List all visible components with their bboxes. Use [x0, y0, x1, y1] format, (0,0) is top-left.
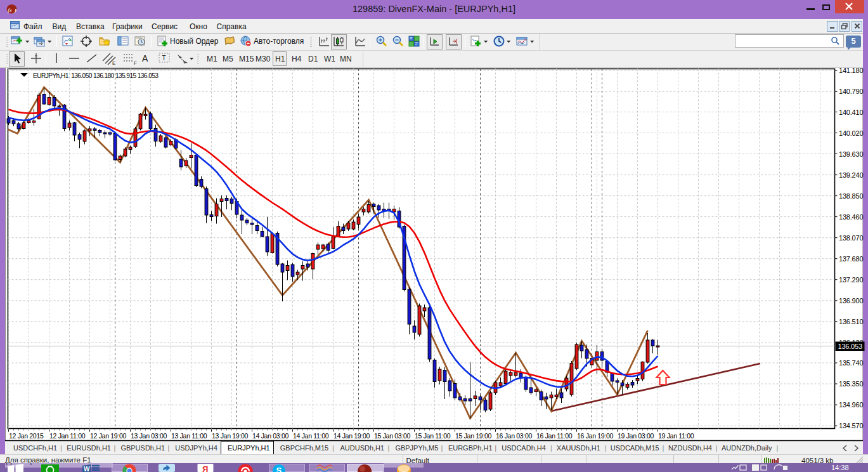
svg-text:19 Jan 11:00: 19 Jan 11:00: [658, 432, 694, 440]
svg-text:14 Jan 19:00: 14 Jan 19:00: [334, 432, 370, 440]
svg-text:139.630: 139.630: [839, 150, 863, 158]
svg-text:16 Jan 19:00: 16 Jan 19:00: [577, 432, 614, 440]
svg-text:19 Jan 03:00: 19 Jan 03:00: [618, 432, 654, 440]
svg-text:138.850: 138.850: [839, 192, 863, 200]
svg-text:12 Jan 19:00: 12 Jan 19:00: [90, 432, 127, 440]
svg-text:139.240: 139.240: [839, 171, 863, 179]
svg-text:13 Jan 19:00: 13 Jan 19:00: [212, 432, 249, 440]
svg-text:12 Jan 11:00: 12 Jan 11:00: [49, 432, 86, 440]
svg-text:135.740: 135.740: [839, 359, 863, 367]
svg-text:136.510: 136.510: [839, 318, 863, 325]
svg-text:140.790: 140.790: [839, 88, 863, 95]
svg-text:15 Jan 03:00: 15 Jan 03:00: [374, 432, 411, 440]
svg-text:137.680: 137.680: [839, 255, 863, 263]
svg-text:Я: Я: [202, 464, 208, 472]
svg-text:140.020: 140.020: [839, 129, 863, 137]
svg-text:13 Jan 03:00: 13 Jan 03:00: [131, 432, 167, 440]
svg-text:12 Jan 2015: 12 Jan 2015: [9, 432, 44, 440]
svg-text:137.290: 137.290: [839, 276, 863, 284]
svg-text:W: W: [84, 466, 90, 472]
svg-text:EURJPYh,H1 136.050 136.180 13: EURJPYh,H1 136.050 136.180 135.915 136.0…: [33, 72, 159, 79]
svg-text:138.070: 138.070: [839, 234, 863, 242]
svg-text:136.053: 136.053: [838, 343, 862, 350]
svg-text:15 Jan 19:00: 15 Jan 19:00: [455, 432, 492, 440]
svg-text:S: S: [276, 466, 282, 472]
svg-text:13 Jan 11:00: 13 Jan 11:00: [171, 432, 207, 440]
svg-text:14 Jan 03:00: 14 Jan 03:00: [252, 432, 289, 440]
svg-text:15 Jan 11:00: 15 Jan 11:00: [415, 432, 451, 440]
svg-text:135.350: 135.350: [839, 380, 863, 388]
svg-text:14 Jan 11:00: 14 Jan 11:00: [293, 432, 329, 440]
svg-text:140.410: 140.410: [839, 108, 863, 116]
svg-text:16 Jan 11:00: 16 Jan 11:00: [536, 432, 573, 440]
svg-text:136.900: 136.900: [839, 297, 863, 305]
svg-text:16 Jan 03:00: 16 Jan 03:00: [496, 432, 533, 440]
svg-text:138.460: 138.460: [839, 213, 863, 221]
svg-text:134.960: 134.960: [839, 401, 863, 409]
svg-text:141.180: 141.180: [839, 67, 863, 74]
svg-text:134.570: 134.570: [839, 422, 863, 429]
